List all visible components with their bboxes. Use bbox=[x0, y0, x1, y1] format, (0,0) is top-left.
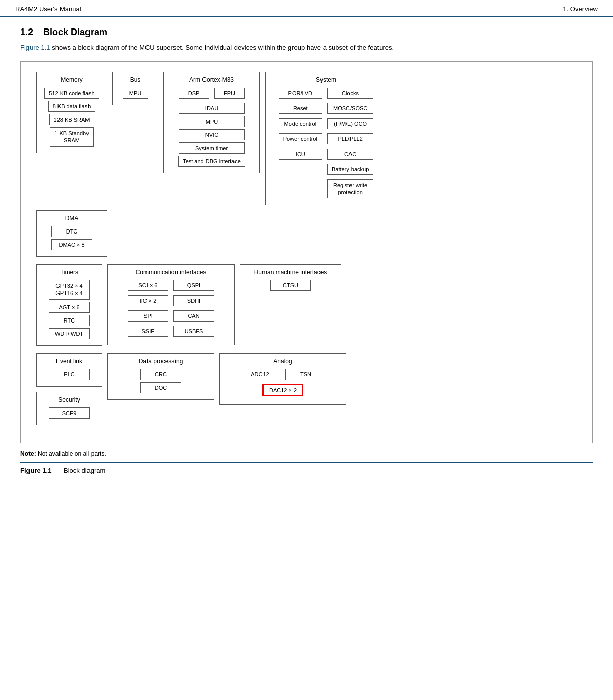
timers-group: Timers GPT32 × 4GPT16 × 4 AGT × 6 RTC WD… bbox=[36, 264, 102, 346]
comm-row-2: IIC × 2 SDHI bbox=[127, 294, 215, 307]
bus-mpu: MPU bbox=[123, 88, 148, 99]
comm-title: Communication interfaces bbox=[136, 269, 207, 276]
timer-wdt: WDT/IWDT bbox=[49, 328, 90, 339]
analog-title: Analog bbox=[273, 358, 292, 365]
comm-group: Communication interfaces SCI × 6 QSPI II… bbox=[107, 264, 235, 345]
system-col-left: POR/LVD Reset Mode control Power control… bbox=[278, 86, 323, 161]
hmi-title: Human machine interfaces bbox=[254, 269, 327, 276]
analog-dac12: DAC12 × 2 bbox=[262, 384, 303, 396]
comm-sci: SCI × 6 bbox=[128, 280, 168, 291]
cortex-systimer: System timer bbox=[179, 142, 245, 154]
hmi-ctsu: CTSU bbox=[270, 280, 311, 291]
memory-item-3: 128 KB SRAM bbox=[49, 114, 95, 125]
security-sce9: SCE9 bbox=[49, 407, 90, 419]
cortex-group: Arm Cortex-M33 DSP FPU IDAU MPU NVIC Sys… bbox=[163, 72, 260, 173]
cortex-nvic: NVIC bbox=[179, 129, 245, 140]
dma-dmac: DMAC × 8 bbox=[51, 239, 92, 250]
memory-item-1: 512 KB code flash bbox=[44, 88, 99, 99]
sys-moscsosc: MOSC/SOSC bbox=[327, 103, 373, 114]
event-group: Event link ELC bbox=[36, 353, 102, 387]
data-title: Data processing bbox=[139, 358, 183, 365]
sys-pllpll2: PLL/PLL2 bbox=[327, 133, 373, 144]
data-doc: DOC bbox=[140, 382, 181, 393]
system-title: System bbox=[316, 76, 336, 83]
comm-spi: SPI bbox=[128, 310, 168, 322]
analog-row-2: DAC12 × 2 bbox=[261, 383, 304, 397]
diagram-row-dma: DMA DTC DMAC × 8 bbox=[36, 210, 577, 257]
section-heading: 1.2 Block Diagram bbox=[20, 27, 593, 38]
analog-adc12: ADC12 bbox=[240, 369, 280, 380]
chapter-label: 1. Overview bbox=[563, 5, 598, 13]
memory-title: Memory bbox=[61, 76, 82, 83]
bus-group: Bus MPU bbox=[112, 72, 158, 105]
event-title: Event link bbox=[56, 358, 82, 365]
analog-row-1: ADC12 TSN bbox=[239, 368, 327, 381]
sys-battery: Battery backup bbox=[327, 164, 373, 175]
sys-reset: Reset bbox=[279, 103, 322, 114]
cortex-testdbg: Test and DBG interface bbox=[178, 156, 245, 167]
comm-iic: IIC × 2 bbox=[128, 295, 168, 306]
memory-item-4: 1 KB StandbySRAM bbox=[50, 127, 93, 147]
section-number: 1.2 bbox=[20, 27, 33, 38]
dma-title: DMA bbox=[65, 215, 79, 222]
note-text: Not available on all parts. bbox=[38, 450, 106, 457]
comm-usbfs: USBFS bbox=[173, 326, 214, 337]
memory-group: Memory 512 KB code flash 8 KB data flash… bbox=[36, 72, 107, 154]
comm-ssie: SSIE bbox=[128, 326, 168, 337]
event-security-stack: Event link ELC Security SCE9 bbox=[36, 353, 102, 425]
note-line: Note: Not available on all parts. bbox=[20, 450, 593, 457]
event-elc: ELC bbox=[49, 369, 90, 380]
dma-group: DMA DTC DMAC × 8 bbox=[36, 210, 107, 257]
sys-modecontrol: Mode control bbox=[279, 118, 322, 129]
system-col-right: Clocks MOSC/SOSC (H/M/L) OCO PLL/PLL2 CA… bbox=[326, 86, 374, 200]
timer-gpt: GPT32 × 4GPT16 × 4 bbox=[49, 280, 90, 300]
sys-regwrite: Register writeprotection bbox=[327, 179, 373, 199]
sys-powercontrol: Power control bbox=[279, 133, 322, 144]
bus-title: Bus bbox=[130, 76, 141, 83]
comm-row-3: SPI CAN bbox=[127, 309, 215, 323]
figure-label: Figure 1.1 bbox=[20, 466, 51, 474]
manual-title: RA4M2 User's Manual bbox=[15, 5, 81, 13]
data-group: Data processing CRC DOC bbox=[107, 353, 214, 400]
sys-hmlocco: (H/M/L) OCO bbox=[327, 118, 373, 129]
cortex-top-row: DSP FPU bbox=[178, 86, 246, 100]
sys-cac: CAC bbox=[327, 149, 373, 160]
page-header: RA4M2 User's Manual 1. Overview bbox=[0, 0, 613, 17]
comm-row-1: SCI × 6 QSPI bbox=[127, 279, 215, 292]
comm-can: CAN bbox=[173, 310, 214, 322]
cortex-title: Arm Cortex-M33 bbox=[189, 76, 234, 83]
section-title: Block Diagram bbox=[43, 27, 107, 38]
sys-icu: ICU bbox=[279, 149, 322, 160]
timers-title: Timers bbox=[60, 269, 78, 276]
security-title: Security bbox=[58, 396, 80, 403]
analog-group: Analog ADC12 TSN DAC12 × 2 bbox=[219, 353, 346, 405]
data-crc: CRC bbox=[140, 369, 181, 380]
cortex-mpu: MPU bbox=[179, 116, 245, 127]
cortex-fpu: FPU bbox=[214, 88, 245, 99]
diagram-row-2: Timers GPT32 × 4GPT16 × 4 AGT × 6 RTC WD… bbox=[36, 264, 577, 346]
sys-porlvd: POR/LVD bbox=[279, 88, 322, 99]
comm-row-4: SSIE USBFS bbox=[127, 325, 215, 338]
diagram-row-3: Event link ELC Security SCE9 Data proces… bbox=[36, 353, 577, 425]
diagram-row-1: Memory 512 KB code flash 8 KB data flash… bbox=[36, 72, 577, 206]
security-group: Security SCE9 bbox=[36, 392, 102, 425]
system-inner: POR/LVD Reset Mode control Power control… bbox=[278, 86, 375, 200]
figure-title: Block diagram bbox=[64, 466, 105, 474]
hmi-group: Human machine interfaces CTSU bbox=[240, 264, 341, 345]
figure-link[interactable]: Figure 1.1 bbox=[20, 44, 50, 51]
cortex-dsp: DSP bbox=[179, 88, 209, 99]
sys-clocks-label: Clocks bbox=[327, 88, 373, 99]
memory-item-2: 8 KB data flash bbox=[48, 101, 96, 112]
block-diagram: Memory 512 KB code flash 8 KB data flash… bbox=[20, 61, 593, 443]
figure-caption: Figure 1.1 Block diagram bbox=[20, 462, 593, 474]
section-desc-text: shows a block diagram of the MCU superse… bbox=[50, 44, 394, 51]
timer-rtc: RTC bbox=[49, 315, 90, 326]
cortex-idau: IDAU bbox=[179, 103, 245, 114]
section-description: Figure 1.1 shows a block diagram of the … bbox=[20, 43, 593, 53]
page-content: 1.2 Block Diagram Figure 1.1 shows a blo… bbox=[0, 17, 613, 484]
dma-dtc: DTC bbox=[51, 226, 92, 237]
system-group: System POR/LVD Reset Mode control Power … bbox=[265, 72, 387, 206]
analog-tsn: TSN bbox=[285, 369, 326, 380]
comm-qspi: QSPI bbox=[173, 280, 214, 291]
comm-sdhi: SDHI bbox=[173, 295, 214, 306]
